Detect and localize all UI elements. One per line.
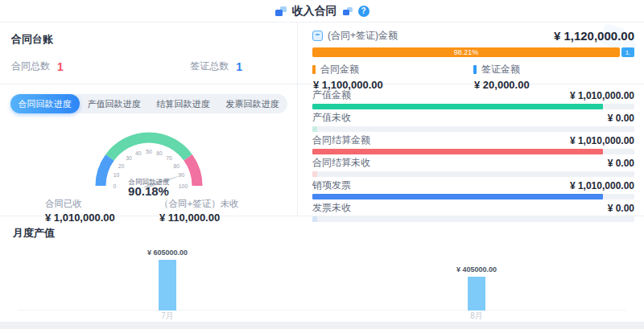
stat-label: 合同总数 (11, 60, 50, 73)
dashboard-card: 收入合同 ? 合同台账 合同总数1签证总数1 合同回款进度产值回款进度结算回款进… (0, 0, 644, 322)
stat-value: ¥ 1,010,000.00 (45, 212, 158, 224)
contract-doc-icon (275, 6, 287, 16)
stat-value: 1 (57, 60, 64, 73)
metric-row: 销项发票¥ 1,010,000.00 (312, 180, 634, 199)
svg-text:30: 30 (126, 155, 132, 161)
metric-bar-fill (312, 194, 603, 199)
stat-label: （合同+签证）未收 (159, 198, 272, 210)
svg-text:90: 90 (178, 172, 184, 178)
metric-bar-track (312, 194, 634, 199)
gauge-footer-stat: （合同+签证）未收¥ 110,000.00 (159, 198, 272, 224)
metric-label: 销项发票 (312, 179, 351, 192)
metric-bar-track (312, 104, 634, 109)
metric-row-top: 发票未收¥ 0.00 (312, 203, 634, 213)
header: 收入合同 ? (0, 0, 644, 23)
metric-row: 合同结算未收¥ 0.00 (312, 158, 634, 177)
bar-category-label: 7月 (161, 310, 174, 322)
gauge-percent: 90.18% (0, 184, 297, 198)
tab-结算回款进度[interactable]: 结算回款进度 (149, 94, 218, 113)
ledger-stats: 合同总数1签证总数1 (11, 60, 286, 73)
help-icon[interactable]: ? (358, 6, 369, 17)
legend-row: 合同金额 (312, 63, 473, 76)
tab-产值回款进度[interactable]: 产值回款进度 (80, 94, 149, 113)
summary-label: (合同+签证)金额 (328, 29, 398, 43)
bar-value-label: ¥ 405000.00 (456, 265, 497, 273)
progress-tabs-wrap: 合同回款进度产值回款进度结算回款进度发票回款进度 (0, 94, 297, 113)
svg-text:100: 100 (178, 183, 188, 189)
gauge-wrap: 0102030405060708090100合同回款进度 (0, 115, 297, 195)
legend-value: ¥ 1,100,000.00 (313, 79, 473, 91)
metric-label: 合同结算金额 (312, 134, 370, 147)
ledger-stat: 签证总数1 (190, 60, 242, 73)
monthly-bar-chart: ¥ 605000.007月¥ 405000.008月 (13, 242, 631, 323)
metric-row: 合同结算金额¥ 1,010,000.00 (312, 135, 634, 154)
legend-marker (473, 65, 477, 74)
metric-row-top: 销项发票¥ 1,010,000.00 (312, 180, 634, 191)
tab-合同回款进度[interactable]: 合同回款进度 (10, 94, 80, 113)
metric-value: ¥ 1,010,000.00 (570, 90, 634, 101)
metric-bar-fill (312, 216, 317, 222)
metric-value: ¥ 1,010,000.00 (570, 180, 634, 191)
split-bar-segment: 98.21% (312, 47, 620, 57)
contract-doc-icon-small (343, 7, 353, 15)
legend-marker (312, 65, 316, 74)
svg-text:20: 20 (118, 163, 124, 169)
metric-bar-track (312, 216, 634, 222)
stat-label: 合同已收 (45, 198, 158, 210)
month-bar (468, 277, 485, 310)
svg-text:0: 0 (113, 183, 116, 189)
metric-list: 产值金额¥ 1,010,000.00产值未收¥ 0.00合同结算金额¥ 1,01… (298, 84, 644, 222)
month-bar (159, 260, 176, 310)
metric-bar-track (312, 171, 634, 177)
metric-row: 产值未收¥ 0.00 (312, 113, 634, 132)
metric-value: ¥ 0.00 (608, 113, 634, 124)
contract-collection-gauge: 0102030405060708090100合同回款进度 (74, 115, 224, 195)
bar-category-label: 8月 (470, 310, 483, 322)
svg-text:60: 60 (156, 150, 163, 156)
metric-row: 产值金额¥ 1,010,000.00 (312, 90, 634, 109)
legend-item: 签证金额¥ 20,000.00 (473, 63, 634, 91)
svg-text:70: 70 (166, 155, 172, 161)
metric-label: 发票未收 (312, 201, 351, 215)
amount-split-bar: 98.21%1. (312, 47, 634, 57)
metric-bar-fill (312, 149, 603, 154)
legend-row: 签证金额 (473, 63, 634, 76)
metric-bar-fill (312, 104, 603, 109)
amounts-panel: (合同+签证)金额 ¥ 1,120,000.00 98.21%1. 合同金额¥ … (298, 23, 644, 216)
metric-row-top: 合同结算未收¥ 0.00 (312, 158, 634, 168)
split-bar-segment: 1. (621, 47, 634, 57)
ledger-stat: 合同总数1 (11, 60, 64, 73)
monthly-title: 月度产值 (13, 226, 631, 241)
legend-item: 合同金额¥ 1,100,000.00 (312, 63, 473, 91)
page-title: 收入合同 (292, 4, 337, 19)
svg-text:50: 50 (146, 149, 152, 154)
tab-发票回款进度[interactable]: 发票回款进度 (218, 94, 287, 113)
amount-summary: (合同+签证)金额 ¥ 1,120,000.00 98.21%1. 合同金额¥ … (298, 23, 644, 84)
svg-text:80: 80 (173, 163, 180, 169)
metric-bar-fill (312, 171, 317, 177)
metric-value: ¥ 0.00 (608, 158, 634, 169)
amount-icon (312, 31, 323, 41)
metric-row-top: 产值未收¥ 0.00 (312, 113, 634, 123)
main-panels: 合同台账 合同总数1签证总数1 合同回款进度产值回款进度结算回款进度发票回款进度… (0, 23, 644, 216)
progress-tabs: 合同回款进度产值回款进度结算回款进度发票回款进度 (10, 94, 287, 113)
legend-label: 合同金额 (320, 63, 359, 76)
summary-total: ¥ 1,120,000.00 (554, 29, 634, 43)
metric-bar-track (312, 126, 634, 132)
legend-value: ¥ 20,000.00 (474, 79, 634, 91)
metric-row-top: 合同结算金额¥ 1,010,000.00 (312, 135, 634, 146)
x-axis-line (18, 310, 626, 310)
ledger-panel: 合同台账 合同总数1签证总数1 合同回款进度产值回款进度结算回款进度发票回款进度… (0, 23, 298, 216)
legend-label: 签证金额 (481, 63, 520, 76)
summary-row: (合同+签证)金额 ¥ 1,120,000.00 (312, 29, 634, 43)
metric-label: 合同结算未收 (312, 156, 370, 170)
ledger-header: 合同台账 合同总数1签证总数1 (0, 23, 297, 84)
svg-text:10: 10 (113, 172, 119, 178)
dashboard-page: 收入合同 ? 合同台账 合同总数1签证总数1 合同回款进度产值回款进度结算回款进… (0, 0, 644, 329)
stat-label: 签证总数 (190, 60, 229, 73)
metric-bar-fill (312, 126, 317, 132)
metric-label: 产值未收 (312, 111, 351, 125)
metric-value: ¥ 1,010,000.00 (570, 135, 634, 146)
metric-value: ¥ 0.00 (608, 203, 634, 214)
stat-value: ¥ 110,000.00 (159, 212, 272, 224)
